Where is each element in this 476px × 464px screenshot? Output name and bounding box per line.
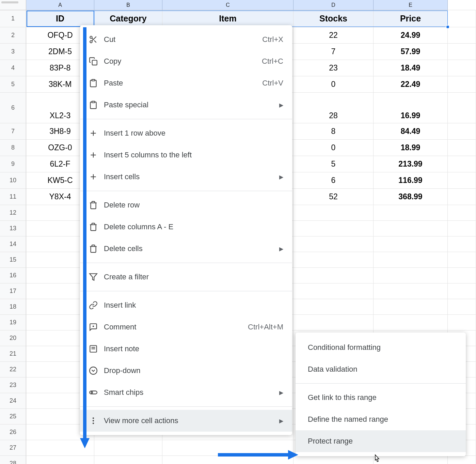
cell-D4[interactable]: 23 (293, 60, 374, 76)
cell-E8[interactable]: 18.99 (374, 140, 448, 156)
row-header-22[interactable]: 22 (0, 362, 26, 377)
filter-icon (89, 273, 104, 281)
menu-more-actions[interactable]: View more cell actions ▶ (80, 410, 292, 432)
col-header-D[interactable]: D (293, 0, 374, 10)
row-header-17[interactable]: 17 (0, 283, 26, 299)
row-header-10[interactable]: 10 (0, 172, 26, 189)
cell-E5[interactable]: 22.49 (374, 76, 448, 93)
cell-D5[interactable]: 0 (293, 76, 374, 93)
row-header-6[interactable]: 6 (0, 93, 26, 123)
svg-point-22 (91, 392, 93, 393)
menu-filter[interactable]: Create a filter (80, 266, 292, 288)
submenu-protect-range[interactable]: Protect range (296, 430, 466, 452)
row-header-4[interactable]: 4 (0, 60, 26, 76)
row-header-1[interactable]: 1 (0, 10, 26, 27)
trash-icon (89, 201, 104, 210)
cell-E6[interactable]: 16.99 (374, 93, 448, 123)
cell-D2[interactable]: 22 (293, 27, 374, 44)
row-1: 1 ID Category Item Stocks Price (0, 10, 476, 27)
menu-comment[interactable]: Comment Ctrl+Alt+M (80, 316, 292, 338)
header-id[interactable]: ID (26, 10, 94, 27)
row-header-28[interactable]: 28 (0, 456, 26, 464)
row-header-14[interactable]: 14 (0, 236, 26, 252)
cell-E11[interactable]: 368.99 (374, 189, 448, 205)
menu-delete-cols[interactable]: Delete columns A - E (80, 216, 292, 238)
cell-D9[interactable]: 5 (293, 156, 374, 172)
cell-D8[interactable]: 0 (293, 140, 374, 156)
row-header-18[interactable]: 18 (0, 299, 26, 315)
row-header-24[interactable]: 24 (0, 393, 26, 409)
row-header-21[interactable]: 21 (0, 346, 26, 362)
row-header-16[interactable]: 16 (0, 268, 26, 283)
col-header-A[interactable]: A (26, 0, 94, 10)
trash-icon (89, 222, 104, 231)
menu-chips[interactable]: Smart chips ▶ (80, 382, 292, 403)
row-header-7[interactable]: 7 (0, 123, 26, 140)
menu-paste[interactable]: Paste Ctrl+V (80, 72, 292, 94)
plus-icon (89, 172, 104, 181)
menu-note[interactable]: Insert note (80, 338, 292, 360)
row-header-20[interactable]: 20 (0, 330, 26, 346)
menu-insert-row[interactable]: Insert 1 row above (80, 122, 292, 144)
chevron-right-icon: ▶ (279, 174, 283, 180)
menu-link[interactable]: Insert link (80, 294, 292, 316)
cell-E10[interactable]: 116.99 (374, 172, 448, 189)
menu-cut[interactable]: Cut Ctrl+X (80, 29, 292, 50)
submenu-conditional-formatting[interactable]: Conditional formatting (296, 337, 466, 358)
svg-rect-5 (92, 60, 97, 65)
cell-D11[interactable]: 52 (293, 189, 374, 205)
submenu-named-range[interactable]: Define the named range (296, 408, 466, 430)
row-header-15[interactable]: 15 (0, 252, 26, 268)
menu-insert-cols[interactable]: Insert 5 columns to the left (80, 144, 292, 166)
menu-separator (80, 119, 292, 119)
header-item[interactable]: Item (162, 10, 293, 27)
cell-E9[interactable]: 213.99 (374, 156, 448, 172)
chips-icon (89, 388, 104, 397)
cell-E7[interactable]: 84.49 (374, 123, 448, 140)
cell-D6[interactable]: 28 (293, 93, 374, 123)
row-header-11[interactable]: 11 (0, 189, 26, 205)
cell-E2[interactable]: 24.99 (374, 27, 448, 44)
row-header-25[interactable]: 25 (0, 409, 26, 424)
header-price[interactable]: Price (374, 10, 448, 27)
row-header-3[interactable]: 3 (0, 44, 26, 60)
cell-E4[interactable]: 18.49 (374, 60, 448, 76)
cell-D7[interactable]: 8 (293, 123, 374, 140)
row-header-8[interactable]: 8 (0, 140, 26, 156)
col-header-B[interactable]: B (94, 0, 162, 10)
header-stocks[interactable]: Stocks (293, 10, 374, 27)
menu-delete-row[interactable]: Delete row (80, 194, 292, 216)
chevron-right-icon: ▶ (279, 418, 283, 424)
menu-dropdown[interactable]: Drop-down (80, 360, 292, 382)
row-header-2[interactable]: 2 (0, 27, 26, 44)
menu-separator (80, 291, 292, 291)
row-header-27[interactable]: 27 (0, 440, 26, 456)
menu-insert-cells[interactable]: Insert cells ▶ (80, 166, 292, 188)
row-header-19[interactable]: 19 (0, 315, 26, 330)
cell-D3[interactable]: 7 (293, 44, 374, 60)
row-header-26[interactable]: 26 (0, 424, 26, 440)
select-all-corner[interactable] (0, 0, 26, 10)
svg-line-3 (94, 41, 96, 43)
row-header-23[interactable]: 23 (0, 377, 26, 393)
header-category[interactable]: Category (94, 10, 162, 27)
svg-point-20 (90, 367, 97, 374)
menu-delete-cells[interactable]: Delete cells ▶ (80, 238, 292, 260)
col-header-E[interactable]: E (374, 0, 448, 10)
cell-D10[interactable]: 6 (293, 172, 374, 189)
trash-icon (89, 244, 104, 253)
submenu-get-link[interactable]: Get link to this range (296, 387, 466, 408)
cell-E3[interactable]: 57.99 (374, 44, 448, 60)
menu-paste-special[interactable]: Paste special ▶ (80, 94, 292, 116)
svg-rect-21 (90, 391, 97, 394)
row-header-13[interactable]: 13 (0, 221, 26, 236)
row-header-5[interactable]: 5 (0, 76, 26, 93)
row-header-9[interactable]: 9 (0, 156, 26, 172)
col-header-C[interactable]: C (162, 0, 293, 10)
chevron-right-icon: ▶ (279, 246, 283, 252)
menu-copy[interactable]: Copy Ctrl+C (80, 50, 292, 72)
svg-point-1 (90, 41, 92, 43)
row-header-12[interactable]: 12 (0, 205, 26, 221)
submenu-data-validation[interactable]: Data validation (296, 358, 466, 380)
menu-separator (296, 383, 466, 384)
